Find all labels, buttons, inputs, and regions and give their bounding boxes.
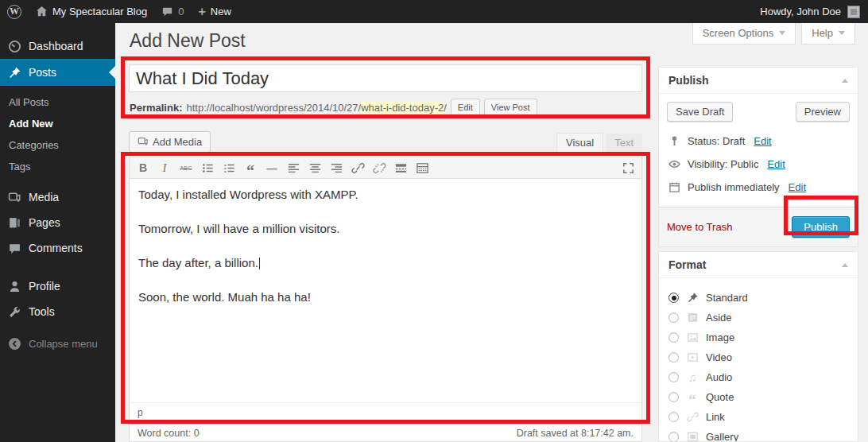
sidebar-item-all-posts[interactable]: All Posts	[0, 91, 115, 113]
comments-admin-link[interactable]: 0	[154, 0, 191, 23]
post-title-input[interactable]	[129, 64, 642, 92]
toolbar-toggle-icon	[416, 161, 429, 175]
bullet-list-button[interactable]	[197, 159, 218, 177]
radio-icon[interactable]	[668, 312, 679, 323]
format-panel-header[interactable]: Format	[659, 252, 858, 278]
radio-icon[interactable]	[668, 412, 679, 422]
word-count-label: Word count:	[138, 428, 191, 439]
format-option-video[interactable]: Video	[668, 347, 848, 367]
numbered-list-button[interactable]	[219, 159, 239, 177]
editor-header-row: Add Media Visual Text	[129, 131, 642, 153]
remove-link-button[interactable]	[369, 159, 389, 177]
sidebar-item-media[interactable]: Media	[0, 184, 115, 210]
sidebar-item-comments[interactable]: Comments	[0, 235, 115, 261]
word-count: Word count: 0	[138, 428, 200, 439]
more-tag-button[interactable]	[390, 159, 411, 177]
wordpress-admin-page: W My Spectacular Blog 0 + New Howdy, Joh…	[0, 0, 868, 442]
save-draft-button[interactable]: Save Draft	[667, 102, 733, 122]
screen-options-button[interactable]: Screen Options	[692, 23, 796, 45]
edit-permalink-button[interactable]: Edit	[451, 99, 480, 117]
bullet-list-icon	[201, 161, 215, 175]
add-media-label: Add Media	[153, 136, 202, 148]
edit-schedule-link[interactable]: Edit	[789, 181, 806, 193]
collapse-panel-icon[interactable]	[842, 79, 848, 83]
sidebar-item-add-new[interactable]: Add New	[0, 113, 115, 134]
radio-icon[interactable]	[668, 372, 679, 382]
publish-panel-header[interactable]: Publish	[659, 68, 858, 94]
post-content-editor[interactable]: Today, I installed Wordpress with XAMPP.…	[130, 179, 641, 402]
format-option-link[interactable]: Link	[668, 407, 848, 427]
format-aside-icon	[686, 312, 699, 324]
publish-button[interactable]: Publish	[792, 216, 850, 238]
admin-bar-account[interactable]: Howdy, John Doe	[760, 6, 868, 18]
editor-mode-tabs: Visual Text	[556, 133, 642, 153]
edit-status-link[interactable]: Edit	[754, 135, 771, 147]
format-option-standard[interactable]: Standard	[668, 288, 848, 308]
site-name-link[interactable]: My Spectacular Blog	[29, 0, 154, 23]
editor-element-path: p	[130, 402, 641, 421]
format-image-icon	[686, 332, 699, 344]
format-gallery-icon	[686, 431, 699, 442]
format-option-audio[interactable]: ♫ Audio	[668, 367, 848, 387]
collapse-panel-icon[interactable]	[842, 263, 848, 267]
format-option-gallery[interactable]: Gallery	[668, 427, 848, 442]
align-left-button[interactable]	[283, 159, 304, 177]
align-right-button[interactable]	[326, 159, 347, 177]
toolbar-toggle-button[interactable]	[412, 159, 432, 177]
radio-icon[interactable]	[668, 432, 679, 442]
sidebar-item-tools[interactable]: Tools	[0, 299, 115, 324]
move-to-trash-link[interactable]: Move to Trash	[667, 221, 732, 233]
add-media-button[interactable]: Add Media	[129, 131, 211, 153]
major-publishing-actions: Move to Trash Publish	[659, 207, 858, 246]
blockquote-button[interactable]: “	[240, 159, 261, 177]
chevron-down-icon	[779, 31, 785, 35]
format-option-label: Audio	[706, 371, 732, 383]
numbered-list-icon	[223, 161, 236, 175]
format-option-aside[interactable]: Aside	[668, 308, 848, 328]
align-right-icon	[330, 161, 343, 175]
sidebar-label: Collapse menu	[29, 338, 98, 350]
horizontal-rule-button[interactable]: —	[262, 159, 282, 177]
radio-icon[interactable]	[668, 352, 679, 363]
admin-bar: W My Spectacular Blog 0 + New Howdy, Joh…	[0, 0, 868, 23]
bold-button[interactable]: B	[133, 159, 153, 177]
content-paragraph: Today, I installed Wordpress with XAMPP.	[138, 186, 633, 203]
help-label: Help	[812, 27, 833, 39]
sidebar-item-tags[interactable]: Tags	[0, 156, 115, 177]
sidebar-item-collapse-menu[interactable]: Collapse menu	[0, 331, 115, 356]
radio-icon[interactable]	[668, 332, 679, 343]
sidebar-item-posts[interactable]: Posts	[0, 59, 115, 86]
sidebar-separator	[0, 261, 115, 273]
sidebar-item-pages[interactable]: Pages	[0, 210, 115, 235]
format-option-quote[interactable]: “ Quote	[668, 387, 848, 407]
italic-button[interactable]: I	[154, 159, 175, 177]
sidebar-item-categories[interactable]: Categories	[0, 134, 115, 156]
sidebar-item-profile[interactable]: Profile	[0, 273, 115, 299]
tab-text[interactable]: Text	[606, 134, 642, 153]
tab-visual[interactable]: Visual	[556, 133, 603, 153]
radio-icon[interactable]	[668, 392, 679, 402]
align-center-button[interactable]	[304, 159, 325, 177]
plus-icon: +	[198, 6, 205, 18]
format-video-icon	[686, 351, 699, 364]
wordpress-logo-menu[interactable]: W	[0, 0, 29, 23]
sidebar-item-dashboard[interactable]: Dashboard	[0, 33, 115, 59]
admin-sidebar: Dashboard Posts All Posts Add New Catego…	[0, 23, 115, 442]
radio-checked-icon[interactable]	[668, 293, 679, 303]
new-content-menu[interactable]: + New	[191, 0, 238, 23]
link-icon	[351, 161, 365, 175]
insert-link-button[interactable]	[347, 159, 368, 177]
view-post-button[interactable]: View Post	[484, 99, 537, 117]
media-icon	[8, 191, 21, 204]
strikethrough-button[interactable]: ABC	[176, 159, 196, 177]
element-path-value[interactable]: p	[138, 407, 143, 418]
distraction-free-button[interactable]	[618, 159, 638, 177]
format-option-label: Image	[706, 332, 734, 343]
screen-options-label: Screen Options	[703, 27, 774, 39]
preview-button[interactable]: Preview	[796, 102, 850, 122]
comment-bubble-icon	[161, 6, 173, 17]
more-tag-icon	[394, 161, 408, 175]
format-option-image[interactable]: Image	[668, 328, 848, 347]
edit-visibility-link[interactable]: Edit	[767, 158, 785, 170]
help-button[interactable]: Help	[801, 23, 855, 45]
